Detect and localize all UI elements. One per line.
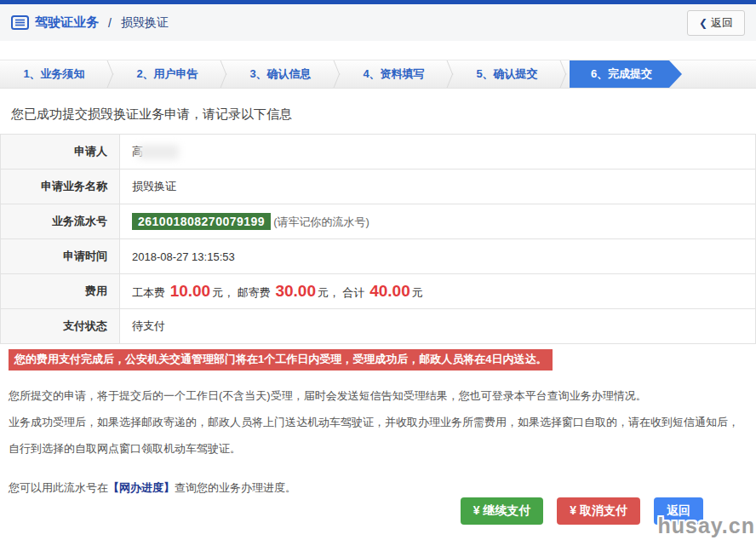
application-info-table: 申请人 高 申请业务名称 损毁换证 业务流水号 2610018082700791… — [0, 134, 756, 344]
breadcrumb-current: 损毁换证 — [121, 15, 169, 31]
progress-query-link[interactable]: 【网办进度】 — [108, 481, 175, 494]
list-icon — [11, 15, 29, 30]
fee-item2-amount: 30.00 — [275, 282, 316, 300]
fee-item2-label: 邮寄费 — [234, 286, 273, 299]
progress-note: 您可以用此流水号在【网办进度】查询您的业务办理进度。 — [9, 480, 747, 496]
business-name-value: 损毁换证 — [120, 169, 756, 204]
table-row-pay-status: 支付状态 待支付 — [1, 309, 756, 344]
table-row-fee: 费用 工本费 10.00元， 邮寄费 30.00元， 合计 40.00元 — [1, 274, 756, 309]
serial-note: (请牢记你的流水号) — [273, 215, 369, 228]
serial-number-badge: 261001808270079199 — [132, 213, 271, 230]
fee-total-label: 合计 — [340, 286, 368, 299]
continue-pay-button[interactable]: ¥ 继续支付 — [461, 497, 544, 525]
row-label: 申请人 — [1, 135, 120, 169]
step-separator — [558, 60, 570, 88]
header-back-label: 返回 — [711, 15, 733, 31]
redacted-name-blur — [138, 145, 179, 159]
breadcrumb-separator: / — [108, 16, 112, 30]
payment-alert-banner: 您的费用支付完成后，公安机关交通管理部门将在1个工作日内受理，受理成功后，邮政人… — [9, 349, 553, 371]
step-tab-2: 2、用户申告 — [117, 60, 218, 88]
pay-status-value: 待支付 — [120, 309, 756, 344]
step-tab-6-active: 6、完成提交 — [570, 60, 682, 88]
row-label: 申请时间 — [1, 239, 120, 274]
fee-item1-label: 工本费 — [132, 286, 169, 299]
fee-item2-unit: 元， — [318, 286, 340, 299]
step-tabs: 1、业务须知 2、用户申告 3、确认信息 4、资料填写 5、确认提交 6、完成提… — [0, 60, 756, 89]
page-header: 驾驶证业务 / 损毁换证 ❮ 返回 — [0, 4, 756, 41]
row-label: 业务流水号 — [1, 204, 120, 239]
cancel-pay-button[interactable]: ¥ 取消支付 — [557, 497, 640, 525]
site-watermark: husay.cn — [657, 514, 755, 538]
header-back-button[interactable]: ❮ 返回 — [687, 10, 745, 36]
fee-item1-unit: 元， — [212, 286, 234, 299]
step-separator — [331, 60, 343, 88]
step-tab-1: 1、业务须知 — [3, 60, 105, 88]
row-label: 申请业务名称 — [1, 169, 120, 204]
info-paragraphs: 您所提交的申请，将于提交后的一个工作日(不含当天)受理，届时会发送短信告知受理结… — [9, 382, 747, 462]
table-row-serial: 业务流水号 261001808270079199(请牢记你的流水号) — [1, 204, 756, 239]
paragraph-1: 您所提交的申请，将于提交后的一个工作日(不含当天)受理，届时会发送短信告知受理结… — [9, 382, 747, 409]
table-row-applicant: 申请人 高 — [1, 135, 756, 169]
success-message: 您已成功提交损毁换证业务申请，请记录以下信息 — [11, 106, 756, 123]
progress-note-suffix: 查询您的业务办理进度。 — [175, 481, 296, 494]
step-tab-4: 4、资料填写 — [343, 60, 444, 88]
step-tab-5: 5、确认提交 — [456, 60, 558, 88]
fee-item1-amount: 10.00 — [170, 282, 211, 300]
breadcrumb: 驾驶证业务 / 损毁换证 — [11, 14, 169, 31]
fee-total-amount: 40.00 — [369, 282, 410, 300]
page-title: 驾驶证业务 — [35, 14, 99, 31]
step-separator — [218, 60, 230, 88]
applicant-value: 高 — [120, 135, 756, 169]
progress-note-prefix: 您可以用此流水号在 — [9, 481, 108, 494]
paragraph-3: 自行到选择的自取网点窗口领取机动车驾驶证。 — [9, 435, 747, 462]
chevron-left-icon: ❮ — [699, 17, 707, 29]
table-row-apply-time: 申请时间 2018-08-27 13:15:53 — [1, 239, 756, 274]
apply-time-value: 2018-08-27 13:15:53 — [120, 239, 756, 274]
fee-total-unit: 元 — [412, 286, 423, 299]
fee-value: 工本费 10.00元， 邮寄费 30.00元， 合计 40.00元 — [120, 274, 756, 309]
paragraph-2: 业务成功受理后，如果选择邮政寄递的，邮政人员将上门送达机动车驾驶证，并收取办理业… — [9, 409, 747, 435]
step-tab-3: 3、确认信息 — [230, 60, 331, 88]
serial-value: 261001808270079199(请牢记你的流水号) — [120, 204, 756, 239]
table-row-business-name: 申请业务名称 损毁换证 — [1, 169, 756, 204]
row-label: 费用 — [1, 274, 120, 309]
step-separator — [444, 60, 456, 88]
row-label: 支付状态 — [1, 309, 120, 344]
step-separator — [105, 60, 117, 88]
